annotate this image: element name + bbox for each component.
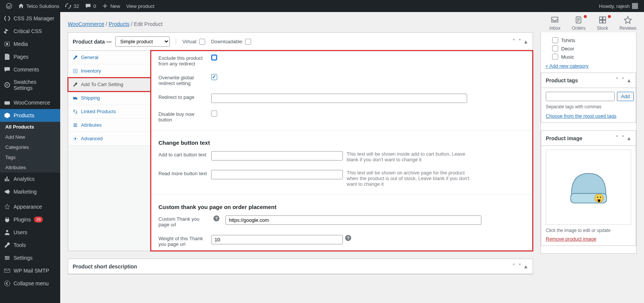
menu-cssjs[interactable]: CSS JS Manager [0,12,60,25]
view-product-link[interactable]: View product [123,0,157,12]
menu-plugins[interactable]: Plugins29 [0,213,60,226]
remove-image-link[interactable]: Remove product image [546,236,596,242]
tags-help: Separate tags with commas [546,104,631,109]
menu-marketing[interactable]: Marketing [0,185,60,198]
menu-collapse[interactable]: Collapse menu [0,277,60,290]
redirect-input[interactable] [211,94,467,103]
svg-point-1 [6,43,8,45]
product-data-panel: Product data — Simple product Virtual: D… [68,32,533,251]
tab-advanced[interactable]: Advanced [68,132,151,145]
cat-music[interactable] [552,54,558,60]
svg-point-8 [6,259,7,260]
tag-input[interactable] [546,92,615,101]
svg-point-23 [598,199,600,202]
svg-rect-14 [603,20,606,23]
disable-label: Disable buy now button [158,111,207,123]
menu-media[interactable]: Media [0,38,60,50]
svg-rect-11 [599,17,602,20]
addtext-help: This text will be shown inside add to ca… [347,151,475,162]
redirect-label: Redirect to page [158,94,207,100]
sub-all-products[interactable]: All Products [0,122,60,132]
readtext-input[interactable] [211,170,343,179]
wp-logo[interactable] [3,0,15,12]
quick-orders[interactable]: Orders [572,16,586,31]
tab-general[interactable]: General [68,51,151,64]
tab-add-to-cart[interactable]: Add To Cart Setting [68,78,151,91]
panel-down-icon[interactable]: ˅ [518,38,522,45]
virtual-toggle[interactable]: Virtual: [182,39,205,45]
overwrite-checkbox[interactable] [211,74,217,80]
howdy-user[interactable]: Howdy, rajesh [596,0,641,12]
bc-woo[interactable]: WooCommerce [68,21,104,27]
admin-bar: Telco Solutions 32 0 New View product Ho… [0,0,644,12]
sub-attributes[interactable]: Attributes [0,162,60,173]
help-icon[interactable]: ? [213,215,219,221]
disable-checkbox[interactable] [211,111,217,117]
downloadable-toggle[interactable]: Downloadable: [211,39,251,45]
menu-wpmail[interactable]: WP Mail SMTP [0,264,60,277]
menu-users[interactable]: Users [0,226,60,239]
add-category-link[interactable]: + Add new category [545,61,589,69]
menu-analytics[interactable]: Analytics [0,173,60,185]
custurl-label: Custom Thank you page url [158,215,207,227]
panel-down-icon[interactable]: ˅ [518,263,522,270]
panel-down-icon[interactable]: ˅ [621,77,625,84]
tab-content: Exclude this product from any redirect O… [151,51,533,251]
panel-toggle-icon[interactable]: ▴ [524,38,528,45]
exclude-checkbox[interactable] [211,55,217,61]
menu-comments[interactable]: Comments [0,63,60,76]
product-image[interactable] [546,150,631,225]
menu-products[interactable]: Products [0,109,60,122]
quick-reviews[interactable]: Reviews [620,16,636,31]
custurl-input[interactable] [225,215,481,225]
choose-tags-link[interactable]: Choose from the most used tags [546,113,617,119]
admin-sidebar: CSS JS Manager Critical CSS Media Pages … [0,12,60,303]
panel-toggle-icon[interactable]: ▴ [524,263,528,270]
panel-down-icon[interactable]: ˅ [621,135,625,142]
svg-point-17 [76,99,77,100]
svg-point-21 [597,197,598,198]
panel-up-icon[interactable]: ˄ [615,77,619,84]
weight-input[interactable] [211,235,343,244]
menu-swatches[interactable]: Swatches Settings [0,76,60,94]
site-link[interactable]: Telco Solutions [15,0,62,12]
svg-point-6 [5,256,6,257]
quick-inbox[interactable]: Inbox [550,16,560,31]
panel-toggle-icon[interactable]: ▴ [627,77,631,84]
bc-products[interactable]: Products [109,21,129,27]
cat-decor[interactable] [552,45,558,52]
product-image-box: Product image ˄˅▴ [541,130,636,246]
new-link[interactable]: New [99,0,123,12]
menu-settings[interactable]: Settings [0,251,60,264]
sub-tags[interactable]: Tags [0,152,60,162]
updates-link[interactable]: 32 [62,0,82,12]
svg-rect-13 [599,20,602,23]
panel-toggle-icon[interactable]: ▴ [627,135,631,142]
quick-stock[interactable]: Stock [597,16,608,31]
menu-woocommerce[interactable]: WooCommerce [0,96,60,109]
tab-inventory[interactable]: Inventory [68,64,151,78]
addtext-input[interactable] [211,151,343,161]
help-icon[interactable]: ? [345,235,351,241]
product-type-select[interactable]: Simple product [115,36,170,47]
beanie-icon [564,167,613,208]
tab-linked[interactable]: Linked Products [68,105,151,118]
menu-appearance[interactable]: Appearance [0,200,60,213]
categories-box: Tshirts Decor Music + Add new category P… [540,32,636,254]
comments-link[interactable]: 0 [82,0,99,12]
sub-categories[interactable]: Categories [0,142,60,152]
tab-attributes[interactable]: Attributes [68,118,151,132]
tags-title: Product tags [546,77,578,83]
svg-point-18 [75,138,76,139]
tab-shipping[interactable]: Shipping [68,91,151,105]
add-tag-button[interactable]: Add [617,92,634,101]
panel-up-icon[interactable]: ˄ [615,135,619,142]
menu-pages[interactable]: Pages [0,50,60,63]
cat-tshirts[interactable] [552,37,558,43]
sub-add-new[interactable]: Add New [0,132,60,142]
menu-critical[interactable]: Critical CSS [0,25,60,38]
panel-up-icon[interactable]: ˄ [512,263,516,270]
panel-up-icon[interactable]: ˄ [512,38,516,45]
bc-edit: Edit Product [134,21,163,27]
menu-tools[interactable]: Tools [0,239,60,251]
